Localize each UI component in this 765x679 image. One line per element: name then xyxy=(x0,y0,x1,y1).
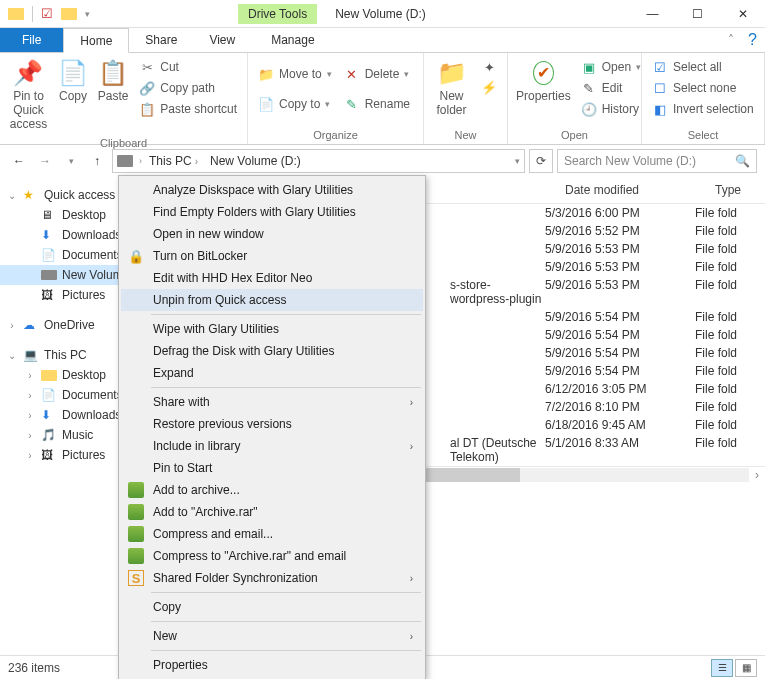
rar-icon xyxy=(128,482,144,498)
breadcrumb-drive[interactable]: New Volume (D:) xyxy=(205,154,306,168)
pin-icon xyxy=(12,59,44,87)
paste-icon xyxy=(97,59,129,87)
copy-button[interactable]: Copy xyxy=(55,55,91,108)
pictures-icon xyxy=(41,288,57,302)
downloads-icon xyxy=(41,228,57,242)
easyaccess-icon xyxy=(481,79,497,95)
newfolder-icon xyxy=(436,59,468,87)
documents-icon xyxy=(41,388,57,402)
ctx-compress-rar-email[interactable]: Compress to "Archive.rar" and email xyxy=(121,545,423,567)
ctx-unpin-quickaccess[interactable]: Unpin from Quick access xyxy=(121,289,423,311)
ctx-bitlocker[interactable]: Turn on BitLocker xyxy=(121,245,423,267)
ctx-defrag[interactable]: Defrag the Disk with Glary Utilities xyxy=(121,340,423,362)
pin-quickaccess-button[interactable]: Pin to Quick access xyxy=(6,55,51,135)
drive-icon xyxy=(117,155,133,167)
select-none-button[interactable]: Select none xyxy=(648,79,758,97)
file-date: 6/12/2016 3:05 PM xyxy=(545,382,695,396)
ctx-restore-versions[interactable]: Restore previous versions xyxy=(121,413,423,435)
ctx-share-with[interactable]: Share with› xyxy=(121,391,423,413)
search-input[interactable]: Search New Volume (D:) 🔍 xyxy=(557,149,757,173)
tab-home[interactable]: Home xyxy=(63,28,129,53)
rar-icon xyxy=(128,504,144,520)
chevron-right-icon: › xyxy=(410,441,413,452)
ctx-pin-start[interactable]: Pin to Start xyxy=(121,457,423,479)
recent-button[interactable]: ▾ xyxy=(60,150,82,172)
select-all-button[interactable]: Select all xyxy=(648,58,758,76)
copy-to-button[interactable]: Copy to xyxy=(254,95,336,113)
column-type[interactable]: Type xyxy=(705,177,765,203)
file-date: 5/1/2016 8:33 AM xyxy=(545,436,695,464)
view-details-button[interactable]: ☰ xyxy=(711,659,733,677)
ctx-find-empty[interactable]: Find Empty Folders with Glary Utilities xyxy=(121,201,423,223)
ctx-sep xyxy=(151,592,421,593)
ctx-compress-email[interactable]: Compress and email... xyxy=(121,523,423,545)
column-date[interactable]: Date modified xyxy=(555,177,705,203)
delete-button[interactable]: Delete xyxy=(340,65,414,83)
ctx-properties[interactable]: Properties xyxy=(121,654,423,676)
ctx-sep xyxy=(151,621,421,622)
qat-customize-icon[interactable]: ▾ xyxy=(85,9,90,19)
qat-properties-icon[interactable]: ☑ xyxy=(41,6,53,21)
tab-manage[interactable]: Manage xyxy=(255,28,330,52)
paste-shortcut-button[interactable]: Paste shortcut xyxy=(135,100,241,118)
minimize-button[interactable]: — xyxy=(630,0,675,28)
up-button[interactable]: ↑ xyxy=(86,150,108,172)
tab-file[interactable]: File xyxy=(0,28,63,52)
address-bar[interactable]: › This PC› New Volume (D:) ▾ xyxy=(112,149,525,173)
move-to-button[interactable]: Move to xyxy=(254,65,336,83)
ctx-new[interactable]: New› xyxy=(121,625,423,647)
minimize-ribbon-icon[interactable]: ˄ xyxy=(722,28,740,52)
drive-tree-icon xyxy=(41,270,57,280)
ctx-copy[interactable]: Copy xyxy=(121,596,423,618)
shortcut-icon xyxy=(139,101,155,117)
forward-button[interactable]: → xyxy=(34,150,56,172)
tab-share[interactable]: Share xyxy=(129,28,193,52)
file-date: 6/18/2016 9:45 AM xyxy=(545,418,695,432)
edit-button[interactable]: Edit xyxy=(577,79,645,97)
rar-icon xyxy=(128,526,144,542)
ctx-hex-edit[interactable]: Edit with HHD Hex Editor Neo xyxy=(121,267,423,289)
copy-path-button[interactable]: Copy path xyxy=(135,79,241,97)
refresh-button[interactable]: ⟳ xyxy=(529,149,553,173)
file-date: 5/9/2016 5:54 PM xyxy=(545,310,695,324)
ctx-wipe[interactable]: Wipe with Glary Utilities xyxy=(121,318,423,340)
qat-folder-icon[interactable] xyxy=(8,8,24,20)
history-button[interactable]: History xyxy=(577,100,645,118)
new-folder-button[interactable]: New folder xyxy=(430,55,473,122)
rename-button[interactable]: Rename xyxy=(340,95,414,113)
ctx-add-rar[interactable]: Add to "Archive.rar" xyxy=(121,501,423,523)
file-date: 5/9/2016 5:54 PM xyxy=(545,364,695,378)
qat-newfolder-icon[interactable] xyxy=(61,8,77,20)
sync-icon: S xyxy=(128,570,144,586)
file-type: File fold xyxy=(695,206,755,220)
ctx-sep xyxy=(151,387,421,388)
music-icon xyxy=(41,428,57,442)
invert-selection-button[interactable]: Invert selection xyxy=(648,100,758,118)
close-button[interactable]: ✕ xyxy=(720,0,765,28)
ctx-analyze[interactable]: Analyze Diskspace with Glary Utilities xyxy=(121,179,423,201)
copy-icon xyxy=(57,59,89,87)
onedrive-icon xyxy=(23,318,39,332)
file-date: 5/9/2016 5:52 PM xyxy=(545,224,695,238)
ctx-open-new-window[interactable]: Open in new window xyxy=(121,223,423,245)
invert-icon xyxy=(652,101,668,117)
ctx-add-archive[interactable]: Add to archive... xyxy=(121,479,423,501)
help-icon[interactable]: ? xyxy=(740,28,765,52)
ctx-expand[interactable]: Expand xyxy=(121,362,423,384)
file-type: File fold xyxy=(695,224,755,238)
file-date: 5/9/2016 5:54 PM xyxy=(545,346,695,360)
cut-button[interactable]: Cut xyxy=(135,58,241,76)
address-dropdown-icon[interactable]: ▾ xyxy=(515,156,520,166)
ctx-include-library[interactable]: Include in library› xyxy=(121,435,423,457)
maximize-button[interactable]: ☐ xyxy=(675,0,720,28)
ctx-shared-folder-sync[interactable]: SShared Folder Synchronization› xyxy=(121,567,423,589)
tab-view[interactable]: View xyxy=(193,28,251,52)
view-large-button[interactable]: ▦ xyxy=(735,659,757,677)
properties-button[interactable]: Properties xyxy=(514,55,573,108)
easy-access-button[interactable] xyxy=(477,78,501,96)
back-button[interactable]: ← xyxy=(8,150,30,172)
new-item-button[interactable] xyxy=(477,58,501,76)
breadcrumb-thispc[interactable]: This PC› xyxy=(144,154,203,168)
open-button[interactable]: Open xyxy=(577,58,645,76)
paste-button[interactable]: Paste xyxy=(95,55,131,108)
